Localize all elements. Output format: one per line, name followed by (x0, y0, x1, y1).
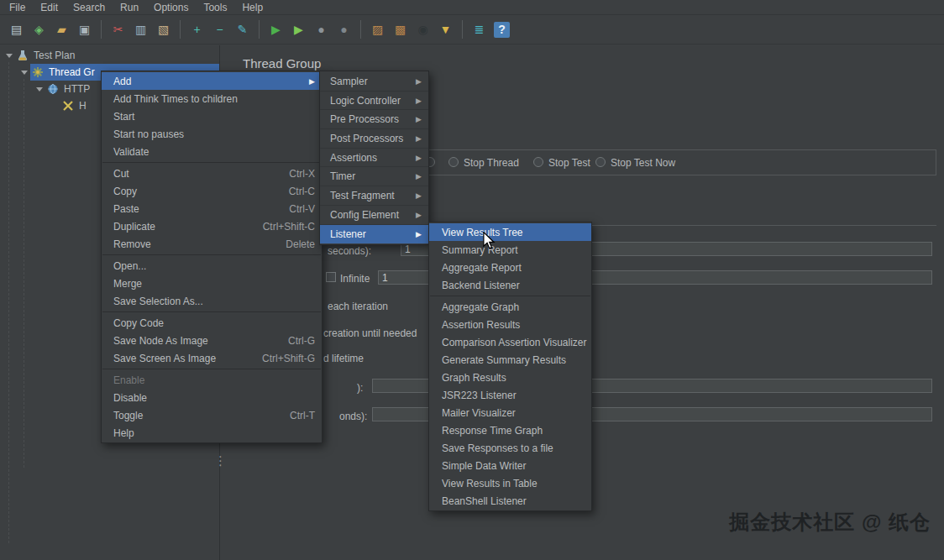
menu-item-help[interactable]: Help (102, 424, 322, 442)
menu-item-save-selection-as[interactable]: Save Selection As... (102, 292, 322, 310)
menu-item-beanshell-listener[interactable]: BeanShell Listener (429, 492, 591, 510)
radio-stop-test[interactable] (533, 157, 543, 167)
menubar-item-help[interactable]: Help (234, 1, 270, 14)
paste-icon[interactable]: ▧ (153, 19, 174, 40)
menu-item-remove[interactable]: RemoveDelete (102, 235, 322, 253)
menu-item-config-element[interactable]: Config Element▶ (320, 206, 428, 225)
menu-item-view-results-in-table[interactable]: View Results in Table (429, 474, 591, 492)
menu-item-logic-controller[interactable]: Logic Controller▶ (320, 92, 428, 111)
start-icon[interactable]: ▶ (265, 19, 286, 40)
copy-icon[interactable]: ▥ (130, 19, 151, 40)
menu-item-listener[interactable]: Listener▶ (320, 225, 428, 244)
infinite-checkbox-label: Infinite (340, 273, 370, 285)
duration-label-fragment: ): (357, 382, 363, 394)
infinite-checkbox[interactable] (326, 272, 336, 282)
start-no-pauses-icon[interactable]: ▶ (288, 19, 309, 40)
help-icon[interactable]: ? (494, 22, 510, 38)
menu-item-simple-data-writer[interactable]: Simple Data Writer (429, 457, 591, 474)
menu-item-assertion-results[interactable]: Assertion Results (429, 316, 591, 333)
menu-item-start[interactable]: Start (102, 107, 322, 125)
radio-stop-thread[interactable] (448, 157, 459, 167)
collapse-all-icon[interactable]: − (209, 19, 230, 40)
stop-icon[interactable]: ● (311, 19, 332, 40)
menu-item-start-no-pauses[interactable]: Start no pauses (102, 125, 322, 143)
menu-item-disable[interactable]: Disable (102, 389, 322, 406)
menubar-item-edit[interactable]: Edit (33, 1, 66, 14)
menu-item-validate[interactable]: Validate (102, 143, 322, 160)
menu-item-add-think-times-to-children[interactable]: Add Think Times to children (102, 90, 322, 107)
menu-item-view-results-tree[interactable]: View Results Tree (429, 223, 591, 241)
menu-item-duplicate[interactable]: DuplicateCtrl+Shift-C (102, 217, 322, 235)
cut-icon[interactable]: ✂ (108, 19, 128, 40)
menubar-item-run[interactable]: Run (113, 1, 146, 14)
menu-item-label: Open... (113, 260, 146, 272)
menu-item-label: Save Node As Image (113, 335, 208, 347)
clear-all-icon[interactable]: ▩ (390, 19, 411, 40)
open-icon[interactable]: ▰ (51, 19, 72, 40)
menu-item-paste[interactable]: PasteCtrl-V (102, 200, 322, 217)
menu-item-summary-report[interactable]: Summary Report (429, 241, 591, 259)
menu-item-jsr223-listener[interactable]: JSR223 Listener (429, 386, 591, 404)
menu-separator (430, 296, 590, 296)
new-icon[interactable]: ▤ (6, 19, 27, 40)
menu-item-pre-processors[interactable]: Pre Processors▶ (320, 110, 428, 129)
menu-item-save-responses-to-a-file[interactable]: Save Responses to a file (429, 439, 591, 457)
search-reset-icon[interactable]: ▼ (435, 19, 456, 40)
menu-item-backend-listener[interactable]: Backend Listener (429, 276, 591, 294)
menu-item-shortcut: Ctrl-G (268, 335, 315, 347)
menu-item-toggle[interactable]: ToggleCtrl-T (102, 406, 322, 424)
menu-item-generate-summary-results[interactable]: Generate Summary Results (429, 351, 591, 369)
save-icon[interactable]: ▣ (74, 19, 95, 40)
clear-icon[interactable]: ▨ (367, 19, 388, 40)
listener-submenu: View Results TreeSummary ReportAggregate… (428, 222, 592, 511)
chevron-down-icon[interactable] (34, 87, 45, 92)
menu-item-aggregate-report[interactable]: Aggregate Report (429, 259, 591, 276)
search-icon[interactable]: ◉ (412, 19, 433, 40)
thread-group-icon (32, 66, 45, 78)
templates-icon[interactable]: ◈ (29, 19, 50, 40)
tree-item-label: HTTP (64, 83, 90, 95)
menu-item-label: Merge (113, 278, 142, 290)
menu-item-post-processors[interactable]: Post Processors▶ (320, 129, 428, 149)
menu-item-shortcut: Ctrl-T (270, 410, 315, 421)
disabled-element-icon (62, 100, 76, 112)
menu-item-aggregate-graph[interactable]: Aggregate Graph (429, 298, 591, 316)
shutdown-icon[interactable]: ● (333, 19, 354, 40)
toolbar-separator (101, 20, 102, 39)
tree-item-test-plan[interactable]: Test Plan (0, 47, 219, 64)
expand-all-icon[interactable]: + (186, 19, 207, 40)
menu-item-open[interactable]: Open... (102, 257, 322, 275)
menu-item-merge[interactable]: Merge (102, 275, 322, 292)
submenu-arrow-icon: ▶ (406, 191, 422, 200)
radio-stop-test-now[interactable] (595, 157, 606, 167)
menu-item-cut[interactable]: CutCtrl-X (102, 165, 322, 182)
menu-item-sampler[interactable]: Sampler▶ (320, 72, 428, 92)
toggle-icon[interactable]: ✎ (232, 19, 253, 40)
menu-item-assertions[interactable]: Assertions▶ (320, 149, 428, 168)
menu-item-label: Start (113, 111, 134, 123)
menu-item-mailer-visualizer[interactable]: Mailer Visualizer (429, 404, 591, 421)
menu-item-label: Response Time Graph (442, 425, 543, 437)
menu-item-shortcut: Ctrl+Shift-C (243, 221, 315, 233)
menubar-item-options[interactable]: Options (146, 1, 196, 14)
menu-item-save-node-as-image[interactable]: Save Node As ImageCtrl-G (102, 332, 322, 349)
menubar-item-file[interactable]: File (2, 1, 33, 14)
tree-guide-line (8, 62, 9, 543)
menu-item-add[interactable]: Add▶ (102, 72, 322, 90)
menu-item-graph-results[interactable]: Graph Results (429, 369, 591, 386)
menu-item-response-time-graph[interactable]: Response Time Graph (429, 421, 591, 439)
menu-item-label: JSR223 Listener (442, 390, 517, 401)
chevron-down-icon[interactable] (18, 71, 30, 75)
function-helper-icon[interactable]: ≣ (469, 19, 490, 40)
menu-item-label: Aggregate Graph (442, 301, 519, 313)
menu-item-timer[interactable]: Timer▶ (320, 167, 428, 186)
menu-item-comparison-assertion-visualizer[interactable]: Comparison Assertion Visualizer (429, 333, 591, 351)
menubar-item-tools[interactable]: Tools (196, 1, 234, 14)
menu-item-label: Listener (330, 228, 366, 240)
menu-item-test-fragment[interactable]: Test Fragment▶ (320, 186, 428, 206)
menu-item-copy-code[interactable]: Copy Code (102, 314, 322, 332)
chevron-down-icon[interactable] (3, 54, 15, 58)
menu-item-copy[interactable]: CopyCtrl-C (102, 182, 322, 200)
menu-item-save-screen-as-image[interactable]: Save Screen As ImageCtrl+Shift-G (102, 349, 322, 367)
menubar-item-search[interactable]: Search (66, 1, 113, 14)
